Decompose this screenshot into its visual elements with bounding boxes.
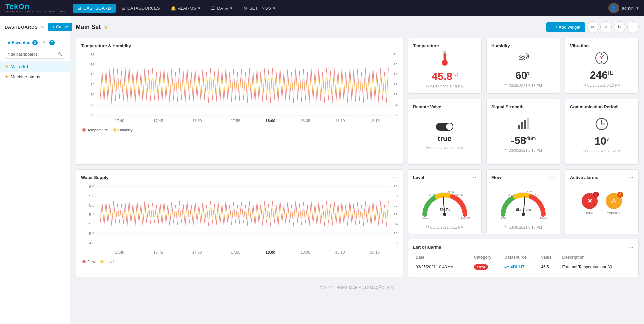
- star-icon: ★: [5, 64, 9, 69]
- sidebar-item-label: Main Set: [11, 64, 28, 69]
- nav-alarms[interactable]: 🔔 ALARMS ▾: [166, 4, 205, 13]
- svg-rect-43: [518, 125, 520, 129]
- signal-title: Signal Strength: [491, 104, 524, 109]
- humidity-value: 60%: [515, 70, 531, 81]
- svg-text:≋: ≋: [518, 53, 526, 63]
- svg-text:28.25: 28.25: [429, 193, 437, 197]
- temp-menu[interactable]: ⋯: [471, 43, 477, 49]
- edit-button[interactable]: ✏: [587, 21, 598, 33]
- search-input[interactable]: [5, 50, 65, 59]
- refresh-button[interactable]: ↻: [614, 21, 625, 33]
- svg-text:5.25: 5.25: [527, 191, 533, 194]
- vibration-header: Vibration ⋯: [570, 43, 634, 49]
- level-menu[interactable]: ⋯: [471, 174, 477, 181]
- temp-humidity-chart: 36 38 40 42 44 46 48 52 54 56 58 60 62: [81, 52, 398, 125]
- sidebar-tab-all[interactable]: All 7: [40, 39, 57, 47]
- nav-data-label: DATA: [217, 6, 228, 11]
- list-alarms-menu[interactable]: ⋯: [628, 244, 634, 250]
- alarms-dropdown-icon: ▾: [198, 6, 200, 11]
- page-title-star-icon[interactable]: ★: [103, 24, 108, 30]
- nav-dashboard[interactable]: ⊞ DASHBOARD: [73, 4, 115, 13]
- water-supply-menu[interactable]: ⋯: [392, 174, 398, 181]
- avatar: 👤: [608, 3, 619, 13]
- nav-data[interactable]: ☰ DATA ▾: [206, 4, 237, 13]
- svg-text:6Lts/sec: 6Lts/sec: [516, 208, 531, 212]
- plus-icon: +: [52, 25, 55, 29]
- footer: © 2021 - BRESIMAR AUTOMAÇÃO, S.A.: [76, 280, 639, 296]
- settings-icon: ⚙: [243, 6, 247, 11]
- logo: TekOn WIRELESS SENSORS TECHNOLOGY: [5, 3, 66, 13]
- page-title-wrap: Main Set ★: [76, 24, 108, 31]
- favorites-icon: ★: [7, 40, 11, 45]
- sidebar-refresh-btn[interactable]: ↻: [38, 23, 46, 31]
- water-supply-svg: 4.8 5.0 5.2 5.4 5.6 5.8 6.0 50 52 54 56 …: [81, 183, 398, 257]
- add-icon: +: [551, 25, 554, 30]
- svg-text:18:05: 18:05: [301, 119, 310, 123]
- legend-level: Level: [100, 260, 114, 264]
- svg-text:60: 60: [393, 194, 398, 198]
- sidebar-search-wrap: 🔍: [0, 49, 70, 61]
- signal-menu[interactable]: ⋯: [549, 104, 555, 110]
- nav-settings[interactable]: ⚙ SETTINGS ▾: [238, 4, 280, 13]
- svg-text:18:15: 18:15: [370, 119, 380, 123]
- sidebar-item-main-set[interactable]: ★ Main Set: [0, 61, 70, 72]
- error-badge: error: [474, 264, 488, 270]
- temp-humidity-card: Temperature & Humidity ⋯ 36: [76, 38, 403, 165]
- vibration-timestamp: ↻ 03/30/2021 6:16 PM: [583, 83, 621, 87]
- share-icon: ↗: [604, 24, 608, 30]
- flow-menu[interactable]: ⋯: [549, 174, 555, 181]
- alarms-table-body: 03/25/2021 10:48 AM error 4AI4DI1UT 46.5…: [413, 262, 634, 272]
- refresh-icon: ↻: [618, 24, 622, 30]
- water-supply-title: Water Supply: [81, 175, 109, 180]
- search-icon: 🔍: [58, 52, 63, 57]
- remote-valve-timestamp: ↻ 03/30/2021 6:16 PM: [426, 146, 464, 150]
- refresh-icon-sm: ↻: [504, 225, 507, 229]
- signal-value: -58dBm: [511, 135, 536, 146]
- page-header: Main Set ★ + + Add widget ✏ ↗ ↻ ⋯: [76, 21, 639, 33]
- svg-text:62: 62: [393, 185, 398, 189]
- user-dropdown-icon: ▾: [636, 6, 639, 11]
- humidity-card: Humidity ⋯ ≋ 60% ↻ 03/30/2021 6:16 PM: [486, 38, 560, 94]
- svg-text:4.8: 4.8: [89, 241, 94, 245]
- datasource-link[interactable]: 4AI4DI1UT: [504, 265, 524, 269]
- header-actions: + + Add widget ✏ ↗ ↻ ⋯: [546, 21, 639, 33]
- nav-datasources[interactable]: ⊟ DATASOURCES: [117, 4, 165, 13]
- svg-text:58: 58: [393, 83, 398, 87]
- list-alarms-title: List of alarms: [413, 245, 441, 250]
- alarm-value: 46.5: [538, 262, 559, 272]
- svg-text:1.00: 1.00: [501, 216, 507, 219]
- user-name: admin: [622, 6, 634, 11]
- sidebar-drag-handle[interactable]: ⋮: [0, 310, 70, 320]
- sidebar-create-btn[interactable]: + Create: [48, 23, 72, 31]
- svg-text:60: 60: [393, 73, 398, 77]
- temperature-legend-label: Temperature: [87, 128, 108, 132]
- comm-menu[interactable]: ⋯: [628, 104, 634, 110]
- warning-icon: ⚠: [611, 197, 616, 205]
- alarm-category: error: [471, 262, 502, 272]
- humidity-menu[interactable]: ⋯: [549, 43, 555, 49]
- svg-text:5.2: 5.2: [89, 222, 94, 226]
- temp-humidity-menu[interactable]: ⋯: [392, 43, 398, 49]
- humidity-legend-label: Humidity: [118, 128, 133, 132]
- svg-text:50: 50: [393, 241, 398, 245]
- share-button[interactable]: ↗: [600, 21, 612, 33]
- logo-text: TekOn: [5, 3, 66, 10]
- error-count-badge: 1: [593, 192, 599, 198]
- vibration-menu[interactable]: ⋯: [628, 43, 634, 49]
- active-alarms-menu[interactable]: ⋯: [628, 174, 634, 181]
- nav-user[interactable]: 👤 admin ▾: [608, 3, 639, 13]
- sidebar-tab-favorites[interactable]: ★ Favorites 2: [5, 39, 40, 47]
- main-content: Main Set ★ + + Add widget ✏ ↗ ↻ ⋯: [70, 16, 644, 324]
- remote-valve-menu[interactable]: ⋯: [471, 104, 477, 110]
- svg-text:3.25: 3.25: [508, 193, 514, 197]
- warning-label: warning: [607, 210, 621, 214]
- temp-humidity-header: Temperature & Humidity ⋯: [81, 43, 398, 49]
- alarms-table: Date Category Datasource Value Descripti…: [413, 253, 634, 272]
- sidebar-item-machine-status[interactable]: ★ Machine status: [0, 72, 70, 82]
- flow-dot: [82, 260, 86, 263]
- sidebar-actions: ↻ + Create: [38, 23, 72, 31]
- more-button[interactable]: ⋯: [627, 21, 639, 33]
- active-alarms-title: Active alarms: [570, 175, 598, 180]
- humidity-header: Humidity ⋯: [491, 43, 555, 49]
- add-widget-button[interactable]: + + Add widget: [546, 22, 585, 32]
